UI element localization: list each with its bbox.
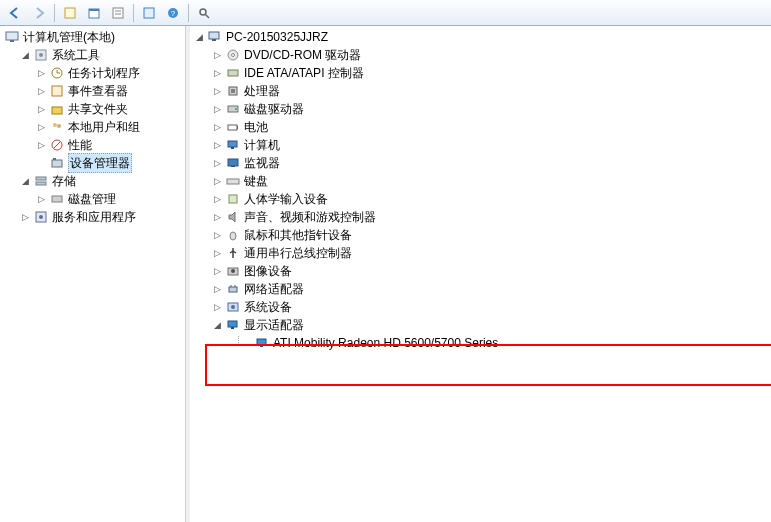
- expand-icon[interactable]: ▷: [212, 176, 223, 187]
- expand-icon[interactable]: ▷: [36, 194, 47, 205]
- svg-rect-47: [229, 195, 237, 203]
- tree-item[interactable]: ▷共享文件夹: [0, 100, 185, 118]
- expand-icon[interactable]: ▷: [212, 68, 223, 79]
- tree-label: 图像设备: [244, 262, 292, 280]
- tree-label: 存储: [52, 172, 76, 190]
- device-category[interactable]: ▷磁盘驱动器: [190, 100, 771, 118]
- device-category[interactable]: ▷图像设备: [190, 262, 771, 280]
- device-category[interactable]: ▷网络适配器: [190, 280, 771, 298]
- device-root[interactable]: ◢ PC-20150325JJRZ: [190, 28, 771, 46]
- svg-rect-42: [228, 141, 237, 147]
- expand-icon[interactable]: ▷: [212, 194, 223, 205]
- collapse-icon[interactable]: ◢: [212, 320, 223, 331]
- tree-item[interactable]: ▷性能: [0, 136, 185, 154]
- svg-rect-32: [212, 39, 216, 41]
- device-category[interactable]: ▷人体学输入设备: [190, 190, 771, 208]
- action-button[interactable]: [83, 2, 105, 24]
- tree-label: 设备管理器: [68, 153, 132, 173]
- expand-icon[interactable]: [36, 158, 47, 169]
- mouse-icon: [225, 227, 241, 243]
- network-icon: [225, 281, 241, 297]
- expand-icon[interactable]: ▷: [36, 68, 47, 79]
- device-category[interactable]: ▷系统设备: [190, 298, 771, 316]
- system-icon: [225, 299, 241, 315]
- expand-icon[interactable]: ▷: [212, 284, 223, 295]
- expand-icon[interactable]: ▷: [212, 248, 223, 259]
- tree-label: 本地用户和组: [68, 118, 140, 136]
- expand-icon[interactable]: ▷: [212, 212, 223, 223]
- svg-point-34: [232, 54, 235, 57]
- left-tree-pane[interactable]: 计算机管理(本地) ◢系统工具▷任务计划程序▷事件查看器▷共享文件夹▷本地用户和…: [0, 26, 186, 522]
- tree-label: 服务和应用程序: [52, 208, 136, 226]
- device-category[interactable]: ▷IDE ATA/ATAPI 控制器: [190, 64, 771, 82]
- tree-group[interactable]: ◢系统工具: [0, 46, 185, 64]
- cd-icon: [225, 47, 241, 63]
- expand-icon[interactable]: ▷: [212, 266, 223, 277]
- tree-item[interactable]: ▷事件查看器: [0, 82, 185, 100]
- expand-icon[interactable]: ▷: [212, 122, 223, 133]
- expand-icon[interactable]: ▷: [212, 50, 223, 61]
- tree-item[interactable]: ▷任务计划程序: [0, 64, 185, 82]
- tree-item[interactable]: ▷磁盘管理: [0, 190, 185, 208]
- search-button[interactable]: [193, 2, 215, 24]
- usb-icon: [225, 245, 241, 261]
- cpu-icon: [225, 83, 241, 99]
- svg-rect-2: [89, 9, 99, 11]
- svg-rect-43: [231, 147, 234, 149]
- svg-point-20: [53, 123, 57, 127]
- collapse-icon[interactable]: ◢: [20, 176, 31, 187]
- tree-label: 网络适配器: [244, 280, 304, 298]
- expand-icon[interactable]: ▷: [212, 140, 223, 151]
- device-category[interactable]: ▷声音、视频和游戏控制器: [190, 208, 771, 226]
- expand-icon[interactable]: ▷: [212, 230, 223, 241]
- expand-icon[interactable]: ▷: [36, 140, 47, 151]
- device-category[interactable]: ▷电池: [190, 118, 771, 136]
- forward-button[interactable]: [28, 2, 50, 24]
- expand-icon[interactable]: ▷: [212, 104, 223, 115]
- svg-rect-25: [53, 158, 56, 160]
- expand-icon[interactable]: ▷: [36, 122, 47, 133]
- expand-icon[interactable]: ▷: [36, 86, 47, 97]
- toolbar-separator: [133, 4, 134, 22]
- expand-icon[interactable]: ▷: [212, 86, 223, 97]
- expand-icon[interactable]: ▷: [212, 158, 223, 169]
- tree-label: 磁盘驱动器: [244, 100, 304, 118]
- tree-group[interactable]: ▷服务和应用程序: [0, 208, 185, 226]
- expand-icon[interactable]: ▷: [20, 212, 31, 223]
- device-category[interactable]: ▷监视器: [190, 154, 771, 172]
- tree-spacer: [238, 336, 252, 345]
- expand-icon[interactable]: ▷: [36, 104, 47, 115]
- right-tree-pane[interactable]: ◢ PC-20150325JJRZ ▷DVD/CD-ROM 驱动器▷IDE AT…: [190, 26, 771, 522]
- svg-rect-19: [52, 107, 62, 114]
- perf-icon: [49, 137, 65, 153]
- tree-item[interactable]: 设备管理器: [0, 154, 185, 172]
- device-category[interactable]: ▷键盘: [190, 172, 771, 190]
- tree-label: 处理器: [244, 82, 280, 100]
- tree-group[interactable]: ◢存储: [0, 172, 185, 190]
- device-category[interactable]: ▷DVD/CD-ROM 驱动器: [190, 46, 771, 64]
- tree-label: 系统工具: [52, 46, 100, 64]
- tree-label: 通用串行总线控制器: [244, 244, 352, 262]
- view-button[interactable]: [107, 2, 129, 24]
- back-button[interactable]: [4, 2, 26, 24]
- device-category[interactable]: ◢显示适配器: [190, 316, 771, 334]
- expand-icon[interactable]: ▷: [212, 302, 223, 313]
- device-item[interactable]: ATI Mobility Radeon HD 5600/5700 Series: [190, 334, 771, 352]
- refresh-button[interactable]: [138, 2, 160, 24]
- device-category[interactable]: ▷处理器: [190, 82, 771, 100]
- hid-icon: [225, 191, 241, 207]
- device-category[interactable]: ▷鼠标和其他指针设备: [190, 226, 771, 244]
- device-category[interactable]: ▷通用串行总线控制器: [190, 244, 771, 262]
- ide-icon: [225, 65, 241, 81]
- properties-button[interactable]: [59, 2, 81, 24]
- tree-label: 监视器: [244, 154, 280, 172]
- tree-label: 任务计划程序: [68, 64, 140, 82]
- collapse-icon[interactable]: ◢: [20, 50, 31, 61]
- tree-root[interactable]: 计算机管理(本地): [0, 28, 185, 46]
- collapse-icon[interactable]: ◢: [194, 32, 205, 43]
- computer-mgmt-icon: [4, 29, 20, 45]
- device-category[interactable]: ▷计算机: [190, 136, 771, 154]
- tree-label: 计算机: [244, 136, 280, 154]
- tree-item[interactable]: ▷本地用户和组: [0, 118, 185, 136]
- help-button[interactable]: ?: [162, 2, 184, 24]
